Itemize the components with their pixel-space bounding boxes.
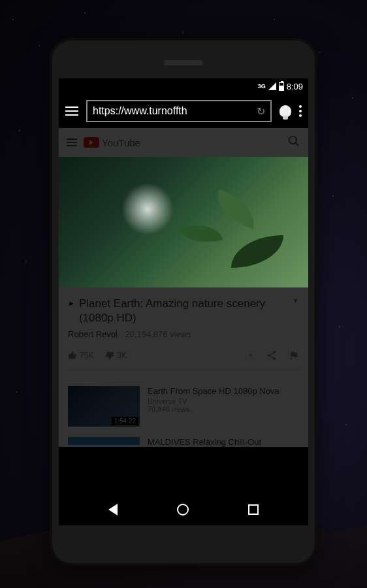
search-icon[interactable] [287,135,300,150]
related-video[interactable]: MALDIVES Relaxing Chill-Out [59,433,308,447]
like-count: 75K [80,351,93,360]
flag-icon[interactable] [289,350,299,361]
video-title-row[interactable]: ► Planet Earth: Amazing nature scenery (… [68,297,299,325]
refresh-icon[interactable]: ↻ [257,105,265,118]
youtube-brand: YouTube [102,137,140,148]
phone-frame: 3G 8:09 https://www.turnoffth ↻ YouTube [52,41,315,563]
phone-speaker [164,60,203,65]
related-video[interactable]: 1:54:22 Earth From Space HD 1080p Nova U… [59,380,308,433]
action-row: 75K 3K ＋ [68,350,299,361]
status-bar: 3G 8:09 [59,78,308,94]
share-icon[interactable] [266,350,277,361]
video-thumbnail [68,437,140,445]
video-frame-decor [210,189,261,229]
android-nav-bar [59,494,308,525]
svg-point-0 [289,137,297,144]
back-button[interactable] [108,504,118,515]
like-button[interactable]: 75K [68,351,93,360]
phone-screen: 3G 8:09 https://www.turnoffth ↻ YouTube [59,78,308,525]
related-channel: Universe TV [148,397,279,405]
url-bar[interactable]: https://www.turnoffth ↻ [86,100,272,122]
duration-badge: 1:54:22 [112,417,138,425]
clock: 8:09 [287,82,303,91]
home-button[interactable] [177,504,189,515]
youtube-play-icon [84,137,99,148]
svg-line-1 [296,143,298,146]
related-views: 70,848 views [148,405,279,413]
recent-apps-button[interactable] [248,504,259,515]
video-title: Planet Earth: Amazing nature scenery (10… [79,297,288,325]
url-text: https://www.turnoffth [93,105,257,117]
video-thumbnail: 1:54:22 [68,386,140,427]
related-title: MALDIVES Relaxing Chill-Out [148,437,261,447]
battery-icon [279,82,284,91]
related-title: Earth From Space HD 1080p Nova [148,386,279,397]
channel-name[interactable]: Robert Revol [68,329,118,339]
view-count: 20,194,876 views [125,329,191,339]
youtube-menu-icon[interactable] [67,139,77,146]
youtube-header: YouTube [59,128,308,157]
video-frame-decor [231,235,283,268]
browser-toolbar: https://www.turnoffth ↻ [59,94,308,128]
network-indicator: 3G [258,83,266,90]
play-marker-icon: ► [68,299,75,307]
dislike-count: 3K [117,351,127,360]
signal-icon [268,82,276,90]
menu-icon[interactable] [65,106,78,116]
video-frame-decor [180,218,223,250]
channel-row: Robert Revol 20,194,876 views [68,329,299,339]
dislike-button[interactable]: 3K [105,351,127,360]
overflow-menu-icon[interactable] [299,105,302,117]
divider [68,370,299,370]
page-content: YouTube ► Planet Earth: Amazing nature s… [59,128,308,494]
add-icon[interactable]: ＋ [247,350,255,361]
video-player[interactable] [59,157,308,287]
chevron-down-icon[interactable]: ▼ [292,297,299,304]
related-metadata: Earth From Space HD 1080p Nova Universe … [148,386,279,427]
lightbulb-icon[interactable] [279,105,291,117]
youtube-logo[interactable]: YouTube [84,137,140,148]
video-metadata: ► Planet Earth: Amazing nature scenery (… [59,287,308,380]
